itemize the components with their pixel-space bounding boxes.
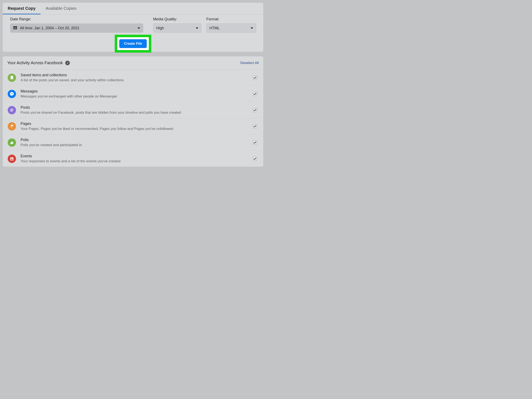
svg-rect-21 xyxy=(13,159,13,160)
posts-icon xyxy=(8,106,16,114)
media-quality-label: Media Quality: xyxy=(153,17,201,21)
svg-rect-5 xyxy=(14,28,14,29)
item-description: Your Pages, Pages you've liked or recomm… xyxy=(21,127,248,131)
highlight-box: Create File xyxy=(115,35,152,53)
item-checkbox[interactable] xyxy=(253,140,257,145)
activity-item[interactable]: PostsPosts you've shared on Facebook, po… xyxy=(3,102,263,118)
events-icon xyxy=(8,155,16,163)
svg-rect-4 xyxy=(16,27,16,28)
activity-item[interactable]: PollsPolls you've created and participat… xyxy=(3,134,263,151)
format-label: Format: xyxy=(206,17,256,21)
svg-rect-10 xyxy=(10,109,13,109)
format-dropdown[interactable]: HTML xyxy=(206,24,256,33)
svg-rect-19 xyxy=(11,159,12,160)
item-description: Your responses to events and a list of t… xyxy=(21,159,248,163)
activity-panel: Your Activity Across Facebook i Deselect… xyxy=(2,56,264,167)
svg-rect-16 xyxy=(11,158,12,159)
item-title: Pages xyxy=(21,121,248,126)
activity-item[interactable]: MessagesMessages you've exchanged with o… xyxy=(3,86,263,102)
tab-request-copy[interactable]: Request Copy xyxy=(3,3,40,14)
chevron-down-icon xyxy=(196,27,198,29)
item-title: Saved items and collections xyxy=(21,73,248,77)
date-range-label: Date Range: xyxy=(10,17,143,21)
activity-item[interactable]: Saved items and collectionsA list of the… xyxy=(3,70,263,86)
msg-icon xyxy=(8,90,16,98)
item-description: Messages you've exchanged with other peo… xyxy=(21,94,248,99)
media-quality-value: High xyxy=(156,26,164,30)
deselect-all-link[interactable]: Deselect All xyxy=(240,61,259,65)
item-checkbox[interactable] xyxy=(253,124,257,128)
item-title: Messages xyxy=(21,89,248,94)
saved-icon xyxy=(8,74,16,82)
activity-item[interactable]: EventsYour responses to events and a lis… xyxy=(3,151,263,167)
svg-rect-17 xyxy=(12,158,12,159)
item-title: Posts xyxy=(21,105,248,110)
svg-rect-22 xyxy=(11,157,11,158)
tabs: Request Copy Available Copies xyxy=(3,3,263,14)
item-title: Events xyxy=(21,154,248,158)
svg-rect-2 xyxy=(14,27,14,28)
chevron-down-icon xyxy=(138,27,140,29)
date-range-dropdown[interactable]: All time: Jan 1, 2004 – Oct 20, 2021 xyxy=(10,24,143,33)
activity-list: Saved items and collectionsA list of the… xyxy=(3,70,263,167)
activity-item[interactable]: PagesYour Pages, Pages you've liked or r… xyxy=(3,118,263,134)
item-description: Polls you've created and participated in xyxy=(21,143,248,147)
item-title: Polls xyxy=(21,138,248,142)
svg-rect-3 xyxy=(15,27,16,28)
polls-icon xyxy=(8,138,16,147)
info-icon[interactable]: i xyxy=(65,61,70,65)
svg-rect-8 xyxy=(14,26,14,27)
item-description: A list of the posts you've saved, and yo… xyxy=(21,78,248,82)
item-checkbox[interactable] xyxy=(253,92,257,96)
svg-rect-7 xyxy=(16,28,16,29)
format-value: HTML xyxy=(209,26,220,30)
svg-rect-20 xyxy=(12,159,12,160)
svg-rect-9 xyxy=(16,26,16,27)
svg-rect-23 xyxy=(13,157,13,158)
item-checkbox[interactable] xyxy=(253,76,257,80)
pages-icon xyxy=(8,122,16,131)
activity-title: Your Activity Across Facebook xyxy=(7,60,63,65)
item-checkbox[interactable] xyxy=(253,157,257,161)
item-description: Posts you've shared on Facebook, posts t… xyxy=(21,111,248,115)
create-file-button[interactable]: Create File xyxy=(119,39,147,48)
svg-rect-6 xyxy=(15,28,16,29)
svg-rect-11 xyxy=(10,110,13,111)
svg-rect-12 xyxy=(10,111,13,112)
item-checkbox[interactable] xyxy=(253,108,257,112)
tab-available-copies[interactable]: Available Copies xyxy=(40,3,82,14)
svg-rect-13 xyxy=(11,125,12,128)
chevron-down-icon xyxy=(251,27,253,29)
svg-rect-18 xyxy=(13,158,13,159)
date-range-value: All time: Jan 1, 2004 – Oct 20, 2021 xyxy=(20,26,79,30)
options-panel: Request Copy Available Copies Date Range… xyxy=(2,2,264,52)
calendar-icon xyxy=(13,26,17,30)
media-quality-dropdown[interactable]: High xyxy=(153,24,201,33)
